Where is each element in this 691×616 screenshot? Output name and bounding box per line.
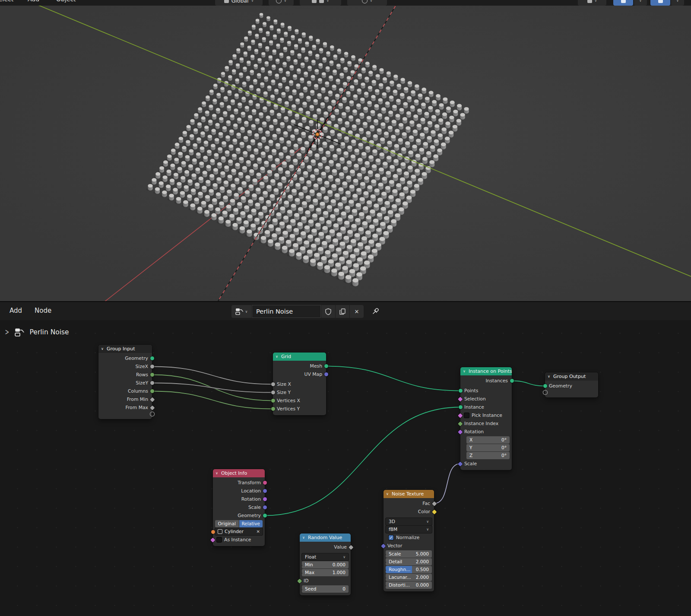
menu-node[interactable]: Node bbox=[35, 307, 51, 314]
collapse-chevron-icon[interactable]: ∨ bbox=[276, 352, 278, 361]
new-node-group-button[interactable] bbox=[336, 305, 349, 318]
snap-base-dropdown[interactable]: ∨ bbox=[269, 0, 294, 6]
3d-dropdown[interactable]: 3D∨ bbox=[386, 518, 432, 525]
collapse-chevron-icon[interactable]: ∨ bbox=[386, 490, 389, 498]
show-overlays-toggle[interactable] bbox=[650, 0, 670, 6]
geometry-socket[interactable] bbox=[543, 384, 547, 388]
node-random-value[interactable]: ∨Random ValueValueFloat∨Min0.000Max1.000… bbox=[300, 533, 351, 595]
pick-instance-socket[interactable] bbox=[458, 413, 463, 418]
virtual-out-socket[interactable] bbox=[150, 412, 154, 416]
menu-select[interactable]: Select bbox=[0, 0, 13, 3]
menu-add[interactable]: Add bbox=[10, 307, 22, 314]
scale-socket[interactable] bbox=[263, 505, 267, 509]
virtual-in-socket[interactable] bbox=[543, 391, 547, 394]
menu-add[interactable]: Add bbox=[28, 0, 39, 3]
color-socket[interactable] bbox=[432, 509, 437, 514]
node-group-name-field[interactable]: Perlin Noise bbox=[252, 305, 321, 318]
instances-socket[interactable] bbox=[510, 379, 514, 383]
menu-object[interactable]: Object bbox=[56, 0, 76, 3]
as-instance-checkbox[interactable] bbox=[217, 537, 222, 542]
collapse-chevron-icon[interactable]: ∨ bbox=[548, 372, 550, 381]
node-group-browse-button[interactable]: ∨ bbox=[231, 305, 251, 318]
rotation-socket[interactable] bbox=[263, 497, 267, 501]
columns-socket[interactable] bbox=[150, 389, 154, 393]
seed-field[interactable]: Seed0 bbox=[302, 585, 349, 593]
fake-user-button[interactable] bbox=[321, 305, 335, 318]
fac-socket[interactable] bbox=[432, 501, 437, 506]
mesh-socket[interactable] bbox=[324, 364, 328, 368]
collapse-chevron-icon[interactable]: ∨ bbox=[463, 367, 466, 375]
distorti-field[interactable]: Distorti...0.000 bbox=[386, 581, 432, 589]
y-field[interactable]: Y0° bbox=[466, 444, 510, 451]
selection-socket[interactable] bbox=[458, 397, 463, 401]
max-field[interactable]: Max1.000 bbox=[302, 569, 349, 576]
fac-label: Fac bbox=[422, 501, 430, 506]
node-group-output[interactable]: ∨Group OutputGeometry bbox=[545, 372, 598, 397]
instance-socket[interactable] bbox=[459, 405, 463, 409]
transform-orientation-dropdown[interactable]: Global ∨ bbox=[215, 0, 263, 6]
rows-socket[interactable] bbox=[150, 373, 154, 377]
sizex-socket[interactable] bbox=[150, 365, 154, 368]
node-object-info[interactable]: ∨Object InfoTransformLocationRotationSca… bbox=[213, 469, 265, 546]
x-field[interactable]: X0° bbox=[466, 436, 510, 444]
chevron-down-icon: ∨ bbox=[370, 0, 373, 3]
node-group-input[interactable]: ∨Group InputGeometrySizeXRowsSizeYColumn… bbox=[98, 345, 152, 419]
visibility-dropdown[interactable]: ∨ bbox=[578, 0, 606, 6]
scale-field[interactable]: Scale5.000 bbox=[386, 550, 432, 558]
roughn-field[interactable]: Roughn...0.500 bbox=[386, 566, 432, 573]
uv-map-socket[interactable] bbox=[324, 372, 328, 376]
z-field[interactable]: Z0° bbox=[466, 452, 510, 459]
distorti-field-value: 0.000 bbox=[416, 581, 429, 589]
from-max-socket[interactable] bbox=[150, 405, 155, 410]
unlink-button[interactable]: ✕ bbox=[350, 305, 364, 318]
id-socket[interactable] bbox=[297, 578, 302, 583]
original-toggle[interactable]: Original bbox=[215, 520, 239, 527]
viewport-canvas[interactable] bbox=[0, 6, 691, 301]
viewport-3d[interactable] bbox=[0, 6, 691, 301]
node-noise-texture[interactable]: ∨Noise TextureFacColor3D∨fBM∨NormalizeVe… bbox=[384, 490, 434, 591]
show-gizmo-toggle[interactable] bbox=[613, 0, 633, 6]
float-dropdown[interactable]: Float∨ bbox=[302, 553, 349, 561]
pick-instance-checkbox[interactable] bbox=[464, 413, 469, 418]
expand-arrow-icon[interactable]: > bbox=[5, 327, 9, 337]
relative-toggle[interactable]: Relative bbox=[239, 520, 263, 527]
min-field[interactable]: Min0.000 bbox=[302, 561, 349, 568]
size-y-socket[interactable] bbox=[271, 391, 275, 394]
rotation-socket[interactable] bbox=[458, 429, 463, 434]
proportional-editing-controls[interactable]: ∨ bbox=[347, 0, 387, 6]
instance-index-socket[interactable] bbox=[458, 421, 463, 426]
value-socket[interactable] bbox=[349, 545, 353, 549]
vertices-y-socket[interactable] bbox=[271, 407, 275, 411]
scale-socket[interactable] bbox=[458, 461, 463, 466]
points-socket[interactable] bbox=[459, 389, 463, 393]
from-min-socket[interactable] bbox=[150, 397, 155, 402]
overlays-dropdown[interactable]: ∨ bbox=[671, 0, 684, 6]
location-socket[interactable] bbox=[263, 489, 267, 493]
object-field[interactable]: Cylinder✕ bbox=[215, 528, 263, 535]
geometry-socket[interactable] bbox=[263, 514, 267, 518]
lacunar-field[interactable]: Lacunar...2.000 bbox=[386, 574, 432, 581]
clear-object-icon[interactable]: ✕ bbox=[257, 528, 260, 535]
node-instance-on-points[interactable]: ∨Instance on PointsInstancesPointsSelect… bbox=[460, 367, 512, 470]
color-label: Color bbox=[418, 509, 430, 514]
detail-field[interactable]: Detail2.000 bbox=[386, 558, 432, 565]
normalize-checkbox[interactable] bbox=[389, 535, 393, 540]
gizmo-dropdown[interactable]: ∨ bbox=[634, 0, 647, 6]
y-field-label: Y bbox=[469, 444, 472, 451]
pin-button[interactable] bbox=[371, 305, 380, 318]
transform-socket[interactable] bbox=[263, 481, 267, 485]
object-socket[interactable] bbox=[211, 530, 215, 534]
collapse-chevron-icon[interactable]: ∨ bbox=[216, 469, 218, 477]
size-x-socket[interactable] bbox=[271, 382, 275, 386]
node-grid[interactable]: ∨GridMeshUV MapSize XSize YVertices XVer… bbox=[273, 352, 326, 415]
collapse-chevron-icon[interactable]: ∨ bbox=[101, 345, 104, 353]
sizey-socket[interactable] bbox=[150, 381, 154, 385]
fbm-dropdown[interactable]: fBM∨ bbox=[386, 526, 432, 533]
vector-socket[interactable] bbox=[381, 543, 386, 548]
geometry-socket[interactable] bbox=[150, 356, 154, 360]
collapse-chevron-icon[interactable]: ∨ bbox=[302, 533, 305, 542]
vertices-x-socket[interactable] bbox=[271, 399, 275, 403]
as-instance-socket[interactable] bbox=[210, 537, 215, 542]
snapping-controls[interactable]: ∨ bbox=[300, 0, 341, 6]
node-editor[interactable]: > Perlin Noise ∨Group InputGeometrySizeX… bbox=[0, 320, 691, 616]
